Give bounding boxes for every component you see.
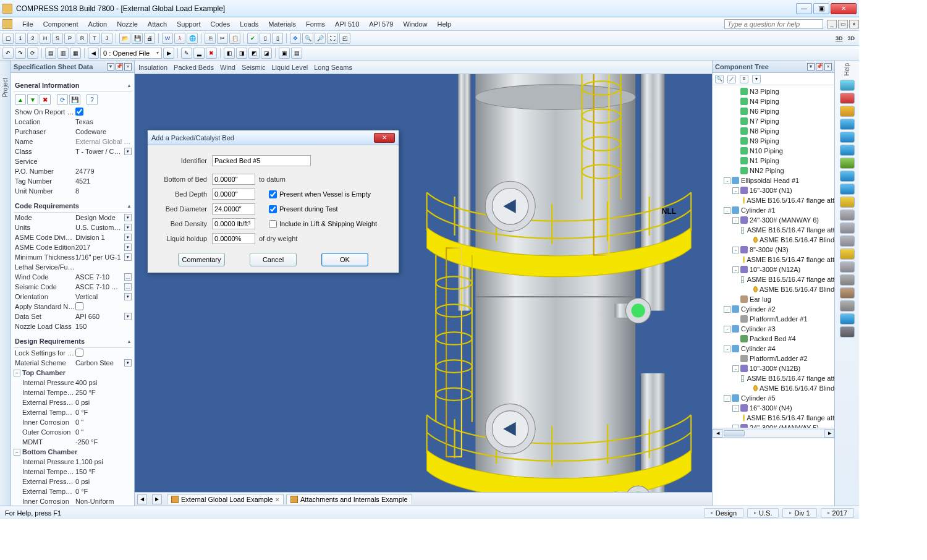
tree-node[interactable]: -24"-300# (MANWAY 6) [713, 215, 834, 225]
palette-skirt-icon[interactable] [840, 313, 855, 325]
tool-new-icon[interactable]: ▢ [2, 33, 14, 44]
tool-misc2-icon[interactable]: ◨ [236, 48, 247, 59]
dropdown-icon[interactable]: ▾ [124, 214, 132, 221]
tree-expand-toggle[interactable]: - [724, 326, 730, 333]
spec-row[interactable]: Minimum Thickness1/16" per UG-1▾ [14, 252, 132, 262]
tool-zoom-in-icon[interactable]: 🔍 [302, 33, 313, 44]
cancel-button[interactable]: Cancel [250, 253, 297, 266]
spec-row[interactable]: Show On Report C... [14, 107, 132, 117]
tool-redo-icon[interactable]: ↷ [15, 48, 26, 59]
doctab-scroll-left-icon[interactable]: ◀ [137, 494, 147, 504]
ellipsis-icon[interactable]: … [124, 273, 132, 281]
tree-node[interactable]: -Cylinder #2 [713, 304, 834, 314]
viewtab-long-seams[interactable]: Long Seams [314, 64, 352, 71]
tree-expand-icon[interactable]: ▾ [752, 75, 761, 83]
tree-dropdown-icon[interactable]: ▾ [807, 63, 815, 70]
tool-pencil-icon[interactable]: ✎ [181, 48, 192, 59]
tool-zoom-out-icon[interactable]: 🔎 [315, 33, 326, 44]
spec-row[interactable]: ModeDesign Mode▾ [14, 213, 132, 223]
dropdown-icon[interactable]: ▾ [124, 359, 132, 367]
tree-close-icon[interactable]: × [824, 63, 832, 70]
tree-node[interactable]: N3 Piping [713, 87, 834, 96]
tree-node[interactable]: Packed Bed #4 [713, 334, 834, 344]
menu-api-510[interactable]: API 510 [330, 19, 364, 29]
tree-filter-icon[interactable]: ／ [727, 75, 736, 83]
bed-diameter-input[interactable] [212, 203, 255, 214]
tree-expand-toggle[interactable]: - [732, 405, 739, 412]
tool-h-icon[interactable]: H [40, 33, 51, 44]
tree-node[interactable]: N4 Piping [713, 96, 834, 106]
palette-cone-icon[interactable] [840, 93, 855, 104]
help-tab[interactable]: Help [844, 63, 850, 76]
dropdown-icon[interactable]: ▾ [124, 293, 132, 300]
viewtab-liquid-level[interactable]: Liquid Level [272, 64, 308, 71]
gen-down-icon[interactable]: ▼ [27, 94, 38, 105]
gen-remove-icon[interactable]: ✖ [40, 94, 51, 105]
tool-view2-icon[interactable]: ▤ [291, 48, 302, 59]
status-cell-design[interactable]: Design [704, 508, 743, 518]
commentary-button[interactable]: Commentary [178, 253, 225, 266]
spec-row[interactable]: UnitsU.S. Customary▾ [14, 223, 132, 232]
close-button[interactable]: ✕ [831, 3, 857, 14]
tool-view1-icon[interactable]: ▣ [279, 48, 290, 59]
tree-node[interactable]: ASME B16.5/16.47 Blind [713, 284, 834, 294]
mdi-minimize-button[interactable]: _ [827, 20, 837, 28]
section-general[interactable]: General Information [14, 79, 132, 92]
tree-expand-toggle[interactable]: - [724, 346, 730, 352]
spec-row[interactable]: Internal Temperature150 °F [14, 467, 132, 477]
tool-group2-icon[interactable]: ▥ [57, 48, 69, 59]
tool-misc4-icon[interactable]: ◪ [261, 48, 272, 59]
project-tab[interactable]: Project [0, 61, 11, 506]
menu-file[interactable]: File [17, 19, 38, 29]
maximize-button[interactable]: ▣ [813, 3, 829, 14]
palette-flange1-icon[interactable] [840, 158, 855, 169]
palette-ring-icon[interactable] [840, 197, 855, 208]
palette-base-icon[interactable] [840, 326, 855, 337]
bed-density-input[interactable] [212, 218, 255, 229]
palette-lug-icon[interactable] [840, 261, 855, 273]
tree-node[interactable]: -ASME B16.5/16.47 flange att [713, 373, 834, 383]
tree-expand-toggle[interactable]: - [732, 266, 739, 273]
spec-row[interactable]: Unit Number8 [14, 186, 132, 196]
tool-save-icon[interactable]: 💾 [132, 33, 143, 44]
palette-head3-icon[interactable] [840, 145, 855, 156]
palette-cylinder-icon[interactable] [840, 80, 855, 91]
menu-api-579[interactable]: API 579 [364, 19, 398, 29]
spec-row[interactable]: P.O. Number24779 [14, 166, 132, 176]
palette-head2-icon[interactable] [840, 132, 855, 143]
identifier-input[interactable] [212, 155, 311, 166]
mdi-close-button[interactable]: × [849, 20, 859, 28]
gen-help-icon[interactable]: ? [87, 94, 98, 105]
menu-window[interactable]: Window [398, 19, 432, 29]
tree-node[interactable]: Ear lug [713, 294, 834, 304]
status-cell-u-s-[interactable]: U.S. [747, 508, 779, 518]
tree-node[interactable]: Platform/Ladder #2 [713, 354, 834, 363]
present-test-checkbox[interactable]: Present during Test [269, 205, 338, 213]
section-design[interactable]: Design Requirements [14, 335, 132, 348]
tree-pin-icon[interactable]: 📌 [816, 63, 823, 70]
tool-1-icon[interactable]: 1 [15, 33, 26, 44]
top-chamber-header[interactable]: −Top Chamber [14, 368, 132, 378]
spec-row[interactable]: NameExternal Global Loa... [14, 137, 132, 146]
spec-row[interactable]: Wind CodeASCE 7-10… [14, 272, 132, 282]
tree-node[interactable]: -10"-300# (N12B) [713, 363, 834, 373]
menu-forms[interactable]: Forms [301, 19, 330, 29]
mdi-restore-button[interactable]: ▭ [838, 20, 848, 28]
doc-tab-close-icon[interactable]: × [276, 496, 279, 503]
dropdown-icon[interactable]: ▾ [124, 148, 132, 155]
tool-undo-icon[interactable]: ↶ [2, 48, 14, 59]
spec-checkbox[interactable] [75, 349, 83, 357]
tree-node[interactable]: -ASME B16.5/16.47 flange att [713, 274, 834, 284]
palette-support2-icon[interactable] [840, 235, 855, 247]
tool-check-icon[interactable]: ✔ [247, 33, 258, 44]
tool-r-icon[interactable]: R [77, 33, 88, 44]
tree-node[interactable]: ASME B16.5/16.47 flange att [713, 413, 834, 423]
spec-row[interactable]: External Pressure0 psi [14, 397, 132, 407]
menu-nozzle[interactable]: Nozzle [112, 19, 143, 29]
gen-save-icon[interactable]: 💾 [69, 94, 80, 105]
dropdown-icon[interactable]: ▾ [124, 224, 132, 231]
ellipsis-icon[interactable]: … [124, 283, 132, 291]
opened-file-prev-icon[interactable]: ◀ [88, 48, 99, 59]
menu-action[interactable]: Action [83, 19, 112, 29]
dropdown-icon[interactable]: ▾ [124, 253, 132, 261]
